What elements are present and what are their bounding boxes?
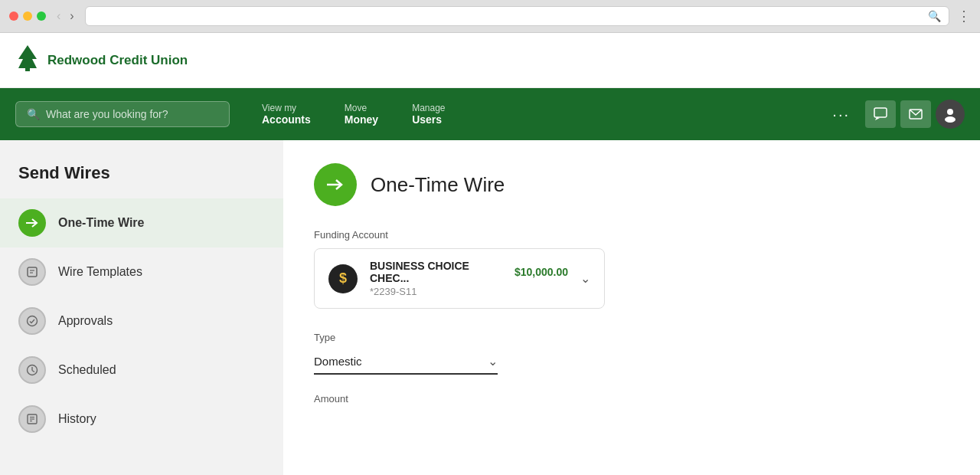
nav-right: ··· bbox=[822, 100, 965, 129]
nav-accounts-bottom: Accounts bbox=[262, 113, 311, 126]
type-chevron: ⌄ bbox=[488, 354, 498, 369]
sidebar-one-time-wire-label: One-Time Wire bbox=[58, 216, 144, 230]
nav-bar: 🔍 What are you looking for? View my Acco… bbox=[0, 88, 980, 140]
browser-chrome: ‹ › 🔍 ⋮ bbox=[0, 0, 980, 33]
type-section: Type Domestic ⌄ bbox=[314, 332, 949, 375]
page-title: One-Time Wire bbox=[371, 173, 505, 197]
nav-users-bottom: Users bbox=[412, 113, 442, 126]
sidebar-item-approvals[interactable]: Approvals bbox=[0, 296, 283, 346]
nav-items: View my Accounts Move Money Manage Users bbox=[245, 95, 822, 133]
sidebar-approvals-label: Approvals bbox=[58, 314, 113, 328]
svg-rect-8 bbox=[28, 267, 37, 277]
close-button[interactable] bbox=[9, 11, 18, 21]
scheduled-icon bbox=[18, 356, 46, 384]
sidebar-wire-templates-label: Wire Templates bbox=[58, 265, 142, 279]
sidebar-item-scheduled[interactable]: Scheduled bbox=[0, 346, 283, 395]
nav-money-top: Move bbox=[345, 103, 367, 113]
search-placeholder: What are you looking for? bbox=[46, 108, 168, 120]
traffic-lights bbox=[9, 11, 46, 21]
user-avatar[interactable] bbox=[936, 100, 965, 129]
content-area: Send Wires One-Time Wire bbox=[0, 140, 980, 475]
back-button[interactable]: ‹ bbox=[54, 8, 64, 25]
funding-account-label: Funding Account bbox=[314, 229, 949, 241]
minimize-button[interactable] bbox=[23, 11, 32, 21]
account-dropdown-chevron: ⌄ bbox=[580, 271, 590, 286]
account-amount: $10,000.00 bbox=[514, 266, 568, 278]
type-label: Type bbox=[314, 332, 949, 343]
svg-point-11 bbox=[28, 316, 38, 326]
type-value: Domestic bbox=[314, 355, 362, 368]
svg-line-14 bbox=[32, 371, 34, 372]
nav-item-accounts[interactable]: View my Accounts bbox=[245, 95, 328, 133]
chat-icon[interactable] bbox=[865, 100, 896, 128]
nav-item-money[interactable]: Move Money bbox=[328, 95, 395, 133]
svg-point-5 bbox=[947, 109, 953, 115]
sidebar-item-wire-templates[interactable]: Wire Templates bbox=[0, 247, 283, 296]
nav-more-button[interactable]: ··· bbox=[822, 100, 861, 129]
type-select[interactable]: Domestic ⌄ bbox=[314, 349, 498, 375]
svg-point-6 bbox=[945, 116, 956, 123]
dollar-icon: $ bbox=[328, 264, 358, 293]
svg-marker-0 bbox=[18, 45, 37, 68]
sidebar: Send Wires One-Time Wire bbox=[0, 140, 283, 475]
history-icon bbox=[18, 405, 46, 433]
approvals-icon bbox=[18, 307, 46, 335]
search-icon: 🔍 bbox=[27, 108, 40, 120]
page-icon bbox=[314, 163, 357, 206]
mail-icon[interactable] bbox=[900, 100, 931, 128]
amount-label: Amount bbox=[314, 393, 949, 405]
app: Redwood Credit Union 🔍 What are you look… bbox=[0, 33, 980, 475]
browser-more-button[interactable]: ⋮ bbox=[957, 8, 971, 25]
account-info: BUSINESS CHOICE CHEC... $10,000.00 *2239… bbox=[370, 260, 568, 297]
nav-users-top: Manage bbox=[412, 103, 445, 113]
sidebar-title: Send Wires bbox=[0, 156, 283, 198]
account-number: *2239-S11 bbox=[370, 286, 568, 297]
one-time-wire-icon bbox=[18, 209, 46, 237]
app-header: Redwood Credit Union bbox=[0, 33, 980, 88]
nav-item-users[interactable]: Manage Users bbox=[395, 95, 462, 133]
logo-area: Redwood Credit Union bbox=[15, 44, 188, 77]
sidebar-scheduled-label: Scheduled bbox=[58, 363, 116, 377]
nav-arrows: ‹ › bbox=[54, 8, 77, 25]
address-search-icon: 🔍 bbox=[928, 10, 941, 22]
nav-accounts-top: View my bbox=[262, 103, 296, 113]
svg-rect-1 bbox=[25, 65, 30, 71]
sidebar-item-history[interactable]: History bbox=[0, 395, 283, 444]
search-box[interactable]: 🔍 What are you looking for? bbox=[15, 101, 230, 127]
address-bar[interactable]: 🔍 bbox=[85, 6, 949, 26]
page-header: One-Time Wire bbox=[314, 163, 949, 206]
account-card[interactable]: $ BUSINESS CHOICE CHEC... $10,000.00 *22… bbox=[314, 248, 605, 309]
svg-rect-2 bbox=[874, 108, 887, 117]
main-panel: One-Time Wire Funding Account $ BUSINESS… bbox=[283, 140, 980, 475]
forward-button[interactable]: › bbox=[67, 8, 77, 25]
logo-text: Redwood Credit Union bbox=[47, 53, 188, 68]
logo-icon bbox=[15, 44, 40, 77]
sidebar-history-label: History bbox=[58, 412, 96, 426]
nav-money-bottom: Money bbox=[345, 113, 378, 126]
maximize-button[interactable] bbox=[37, 11, 46, 21]
account-name: BUSINESS CHOICE CHEC... bbox=[370, 260, 507, 284]
wire-templates-icon bbox=[18, 258, 46, 286]
sidebar-item-one-time-wire[interactable]: One-Time Wire bbox=[0, 198, 283, 247]
account-name-amount: BUSINESS CHOICE CHEC... $10,000.00 bbox=[370, 260, 568, 284]
